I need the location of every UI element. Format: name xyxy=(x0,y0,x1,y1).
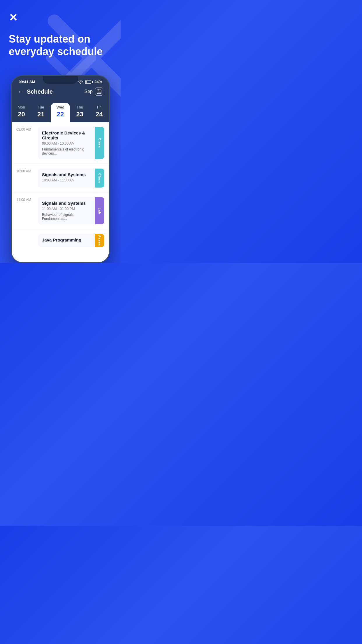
event-0-badge: Class xyxy=(95,127,104,159)
event-2-desc: Behaviour of signals, Fundamentals... xyxy=(42,213,90,221)
app-header: ← Schedule Sep xyxy=(12,85,109,100)
status-icons: 24% xyxy=(78,80,102,84)
schedule-content: 09:00 AM Electronic Devices & Circuits 0… xyxy=(12,122,109,262)
event-electronic-devices[interactable]: 09:00 AM Electronic Devices & Circuits 0… xyxy=(12,122,109,164)
day-mon-num: 20 xyxy=(18,111,25,118)
event-card-1[interactable]: Signals and Systems 10:00 AM - 11:00 AM … xyxy=(38,169,104,188)
time-1000: 10:00 AM xyxy=(16,169,37,188)
event-signals-class[interactable]: 10:00 AM Signals and Systems 10:00 AM - … xyxy=(12,164,109,192)
time-0900: 09:00 AM xyxy=(16,127,37,159)
day-fri-num: 24 xyxy=(96,111,103,118)
day-wed[interactable]: Wed 22 xyxy=(51,103,70,122)
day-mon-name: Mon xyxy=(18,105,25,109)
event-java-programming[interactable]: Java Programming Asses xyxy=(12,229,109,252)
battery-percent: 24% xyxy=(94,80,102,84)
back-button[interactable]: ← xyxy=(17,88,23,95)
svg-rect-0 xyxy=(97,90,101,94)
header-area: ✕ Stay updated on everyday schedule xyxy=(0,0,121,75)
day-tue-name: Tue xyxy=(38,105,44,109)
header-right: Sep xyxy=(85,88,103,96)
event-signals-lab[interactable]: 11:00 AM Signals and Systems 11:00 AM - … xyxy=(12,192,109,229)
wifi-icon xyxy=(78,80,83,84)
svg-rect-1 xyxy=(98,92,99,92)
svg-rect-3 xyxy=(100,92,101,92)
day-thu-name: Thu xyxy=(77,105,83,109)
event-1-badge: Class xyxy=(95,169,104,188)
month-label: Sep xyxy=(85,89,93,94)
event-2-time: 11:00 AM - 01:00 PM xyxy=(42,207,90,211)
day-tue-num: 21 xyxy=(37,111,44,118)
day-fri-name: Fri xyxy=(97,105,101,109)
day-tue[interactable]: Tue 21 xyxy=(31,103,51,122)
event-3-badge-text: Asses xyxy=(98,235,101,246)
phone-frame: 09:41 AM 24% ← xyxy=(11,75,110,263)
event-card-3[interactable]: Java Programming Asses xyxy=(38,234,104,247)
event-card-0[interactable]: Electronic Devices & Circuits 09:00 AM -… xyxy=(38,127,104,159)
day-selector: Mon 20 Tue 21 Wed 22 Thu 23 Fri 24 xyxy=(12,100,109,122)
event-0-time: 09:00 AM - 10:00 AM xyxy=(42,141,90,146)
event-1-badge-text: Class xyxy=(98,173,101,183)
time-empty xyxy=(16,234,37,247)
event-1-title: Signals and Systems xyxy=(42,172,90,177)
event-0-desc: Fundamentals of electronic devices... xyxy=(42,147,90,155)
day-wed-name: Wed xyxy=(57,105,64,109)
status-time: 09:41 AM xyxy=(19,80,35,84)
event-2-badge-text: Lab xyxy=(98,208,101,214)
phone-mockup: 09:41 AM 24% ← xyxy=(0,75,121,263)
day-mon[interactable]: Mon 20 xyxy=(12,103,31,122)
time-1100: 11:00 AM xyxy=(16,197,37,224)
app-header-left: ← Schedule xyxy=(17,88,53,95)
event-1-time: 10:00 AM - 11:00 AM xyxy=(42,178,90,182)
headline: Stay updated on everyday schedule xyxy=(9,33,112,58)
event-3-badge: Asses xyxy=(95,234,104,247)
event-2-badge: Lab xyxy=(95,197,104,224)
event-card-2[interactable]: Signals and Systems 11:00 AM - 01:00 PM … xyxy=(38,197,104,224)
calendar-icon[interactable] xyxy=(95,88,103,96)
app-logo: ✕ xyxy=(9,12,112,24)
event-3-title: Java Programming xyxy=(42,237,90,242)
svg-rect-2 xyxy=(99,92,100,92)
battery-icon xyxy=(85,80,93,84)
event-0-title: Electronic Devices & Circuits xyxy=(42,130,90,140)
day-thu-num: 23 xyxy=(76,111,83,118)
event-0-badge-text: Class xyxy=(98,138,101,148)
day-wed-num: 22 xyxy=(57,111,64,118)
phone-notch xyxy=(43,76,78,84)
day-fri[interactable]: Fri 24 xyxy=(89,103,109,122)
day-thu[interactable]: Thu 23 xyxy=(70,103,89,122)
app-title: Schedule xyxy=(27,88,53,95)
event-2-title: Signals and Systems xyxy=(42,201,90,206)
